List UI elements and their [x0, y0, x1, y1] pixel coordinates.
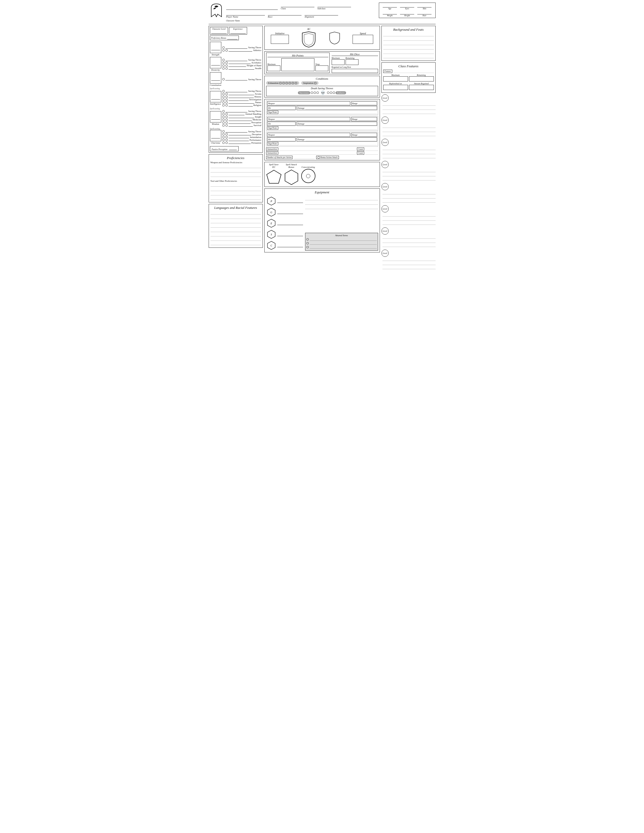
passive-perception-box[interactable]: Passive Perception [210, 146, 238, 151]
player-name-input[interactable] [226, 11, 265, 16]
initiative-input[interactable] [271, 35, 289, 44]
insight-c1[interactable] [222, 116, 225, 118]
exhaustion-c4[interactable] [288, 82, 291, 84]
cf-amount-field[interactable]: Amount Regained [409, 82, 434, 90]
level8-line-2[interactable] [383, 261, 436, 265]
prof-line-3[interactable] [211, 173, 261, 177]
intelligence-score[interactable] [210, 91, 221, 102]
level7-line-1[interactable] [383, 235, 436, 239]
sleight-c2[interactable] [225, 64, 228, 67]
weapon1-tags-input[interactable] [279, 111, 377, 114]
weapon2-name-field[interactable]: Weapon [267, 117, 350, 121]
dex-st-circle[interactable] [222, 59, 225, 61]
attuned-circle-2[interactable] [306, 242, 309, 244]
inspiration-circle[interactable] [314, 82, 316, 84]
arcana-c2[interactable] [225, 93, 228, 95]
lang-line-8[interactable] [211, 241, 261, 245]
tool-line-1[interactable] [211, 183, 261, 187]
attuned-circle-3[interactable] [306, 246, 309, 248]
weapon3-damage-field[interactable]: Damage [296, 137, 377, 142]
weapon1-damage-input[interactable] [306, 106, 376, 109]
level3-line-1[interactable] [383, 146, 436, 150]
cf-max-field[interactable]: Maximum [383, 74, 408, 82]
bonus-attack-checkbox-group[interactable]: Bonus Action Attack [316, 156, 339, 159]
platinum-input[interactable] [277, 199, 303, 203]
skin-input[interactable] [417, 4, 431, 8]
weapon3-hit-field[interactable]: Hit [267, 137, 296, 142]
arcana-c1[interactable] [222, 93, 225, 95]
hp-current-input[interactable] [282, 58, 314, 71]
strength-st-circle[interactable] [222, 47, 225, 49]
hexagon-icon[interactable] [284, 169, 299, 186]
insight-c2[interactable] [225, 116, 228, 118]
race-field[interactable]: Race [268, 11, 301, 18]
level3-line-3[interactable] [383, 155, 436, 158]
level7-line-3[interactable] [383, 243, 436, 247]
weapon3-hit-input[interactable] [272, 138, 295, 141]
weapon3-range-field[interactable]: Range [351, 133, 377, 137]
equip-line-1[interactable] [305, 197, 378, 200]
strength-score[interactable] [210, 42, 221, 53]
weapon1-name-field[interactable]: Weapon [267, 101, 350, 105]
weight-field[interactable]: Weight [383, 11, 397, 17]
persuasion-c1[interactable] [222, 142, 225, 144]
wis-st-circle[interactable] [222, 110, 225, 113]
eyes-field[interactable]: Eyes [400, 4, 414, 10]
speed-input[interactable] [353, 35, 373, 44]
weapon2-tags-input[interactable] [279, 127, 377, 130]
pentagon-icon[interactable] [266, 169, 282, 186]
level4-line-2[interactable] [383, 173, 436, 176]
speed-field[interactable]: Speed [353, 32, 373, 44]
weapon3-range-input[interactable] [359, 133, 376, 137]
bg-line-3[interactable] [383, 42, 434, 45]
dexterity-value[interactable] [211, 60, 220, 66]
passive-perception-value[interactable] [229, 147, 237, 150]
alignment-input[interactable] [304, 11, 338, 16]
cf-rem-input[interactable] [409, 76, 434, 82]
lang-line-7[interactable] [211, 237, 261, 241]
exhaustion-c2[interactable] [282, 82, 285, 84]
medicine-c1[interactable] [222, 119, 225, 121]
experience-input[interactable] [230, 30, 246, 34]
level3-line-2[interactable] [383, 151, 436, 154]
cf-replenish-input[interactable] [383, 85, 408, 90]
silver-input[interactable] [277, 233, 303, 236]
religion-c2[interactable] [225, 104, 228, 106]
weapon3-damage-input[interactable] [306, 138, 376, 141]
weapon2-range-field[interactable]: Range [351, 117, 377, 121]
death-success-1[interactable] [311, 92, 313, 94]
constitution-score[interactable] [210, 72, 221, 84]
lang-line-1[interactable] [211, 211, 261, 214]
wisdom-score[interactable] [210, 111, 221, 122]
level4-line-1[interactable] [383, 169, 436, 172]
death-success-3[interactable] [316, 92, 319, 94]
hair-field[interactable]: Hair [417, 11, 431, 17]
attuned-input-3[interactable] [310, 246, 377, 249]
intimidation-c2[interactable] [225, 136, 228, 138]
deception-c2[interactable] [225, 133, 228, 135]
cha-st-circle[interactable] [222, 130, 225, 132]
age-field[interactable]: Age [383, 4, 397, 10]
perception-c2[interactable] [225, 121, 228, 124]
height-input[interactable] [400, 11, 414, 14]
weapon3-tags-input[interactable] [279, 142, 377, 145]
level6-line-1[interactable] [383, 213, 436, 217]
prof-line-1[interactable] [211, 164, 261, 168]
ac-shield-icon[interactable] [301, 31, 316, 48]
cf-rem-field[interactable]: Remaining [409, 74, 434, 82]
strength-value[interactable] [211, 45, 220, 50]
nature-c2[interactable] [225, 101, 228, 104]
hitdice-rem-input[interactable] [346, 59, 359, 65]
bg-line-6[interactable] [383, 55, 434, 58]
level1-line-3[interactable] [383, 110, 436, 114]
weapon2-damage-input[interactable] [306, 122, 376, 125]
charisma-value[interactable] [211, 133, 220, 138]
hitdice-max-input[interactable] [332, 59, 345, 65]
exhaustion-c6[interactable] [295, 82, 297, 84]
animal-c2[interactable] [225, 113, 228, 115]
hitdice-remaining-field[interactable]: Remaining [346, 57, 359, 65]
class-input[interactable] [281, 3, 314, 7]
persuasion-c2[interactable] [225, 142, 228, 144]
sleight-c1[interactable] [222, 64, 225, 67]
nature-c1[interactable] [222, 101, 225, 104]
